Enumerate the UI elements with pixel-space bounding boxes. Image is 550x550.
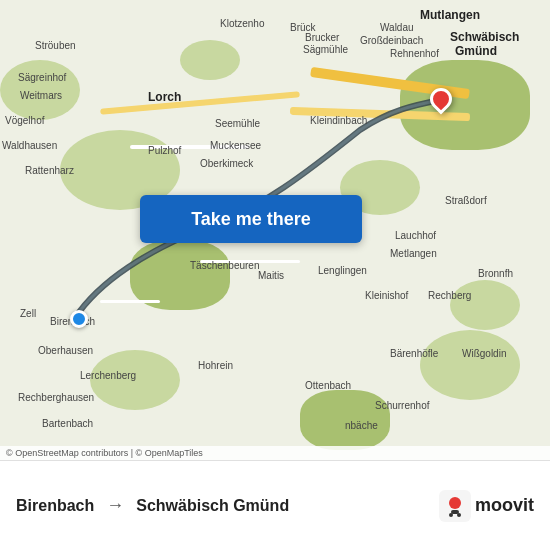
map-label: Rattenharz — [25, 165, 74, 176]
moovit-text: moovit — [475, 495, 534, 516]
map-label: Rehnenhof — [390, 48, 439, 59]
map-label: Lerchenberg — [80, 370, 136, 381]
bottom-bar: Birenbach → Schwäbisch Gmünd moovit — [0, 460, 550, 550]
map-label: Waldhausen — [2, 140, 57, 151]
moovit-icon — [439, 490, 471, 522]
route-to: Schwäbisch Gmünd — [136, 497, 289, 515]
map-label: Täschenbeuren — [190, 260, 260, 271]
map-label: Lorch — [148, 90, 181, 104]
map-label: Lenglingen — [318, 265, 367, 276]
map-label: Rechberghausen — [18, 392, 94, 403]
map-attribution: © OpenStreetMap contributors | © OpenMap… — [0, 446, 550, 460]
map-label: Metlangen — [390, 248, 437, 259]
map-label: Hohrein — [198, 360, 233, 371]
map-label: Gmünd — [455, 44, 497, 58]
map-label: Ottenbach — [305, 380, 351, 391]
map-label: Schwäbisch — [450, 30, 519, 44]
map-label: Bärenhöfle — [390, 348, 438, 359]
map-label: Ströuben — [35, 40, 76, 51]
map-label: Bartenbach — [42, 418, 93, 429]
svg-point-4 — [457, 513, 461, 517]
map-label: Kleindinbach — [310, 115, 367, 126]
origin-pin — [70, 310, 88, 328]
map-label: Mutlangen — [420, 8, 480, 22]
map-label: Waldau — [380, 22, 414, 33]
route-from: Birenbach — [16, 497, 94, 515]
cta-button-label: Take me there — [191, 209, 311, 230]
route-arrow: → — [106, 495, 124, 516]
map-label: Pulzhof — [148, 145, 181, 156]
destination-pin — [430, 88, 452, 110]
map-label: nbäche — [345, 420, 378, 431]
svg-point-1 — [449, 497, 461, 509]
map-label: Oberhausen — [38, 345, 93, 356]
map-label: Lauchhof — [395, 230, 436, 241]
map-label: Weitmars — [20, 90, 62, 101]
map-label: Schurrenhof — [375, 400, 429, 411]
map-label: Oberkimeck — [200, 158, 253, 169]
map-label: Sägmühle — [303, 44, 348, 55]
map-label: Vögelhof — [5, 115, 44, 126]
map-label: Muckensee — [210, 140, 261, 151]
map-label: Straßdorf — [445, 195, 487, 206]
map-label: Bronnfh — [478, 268, 513, 279]
svg-point-3 — [449, 513, 453, 517]
take-me-there-button[interactable]: Take me there — [140, 195, 362, 243]
map-label: Kleinishof — [365, 290, 408, 301]
map: MutlangenSchwäbischGmündWaldauKlotzenhoB… — [0, 0, 550, 460]
map-label: Zell — [20, 308, 36, 319]
map-label: Klotzenho — [220, 18, 264, 29]
map-label: Großdeinbach — [360, 35, 423, 46]
moovit-logo: moovit — [439, 490, 534, 522]
map-label: Sägreinhof — [18, 72, 66, 83]
map-label: Seemühle — [215, 118, 260, 129]
map-label: Rechberg — [428, 290, 471, 301]
map-label: Brucker — [305, 32, 339, 43]
map-label: Maitis — [258, 270, 284, 281]
map-label: Wißgoldin — [462, 348, 506, 359]
